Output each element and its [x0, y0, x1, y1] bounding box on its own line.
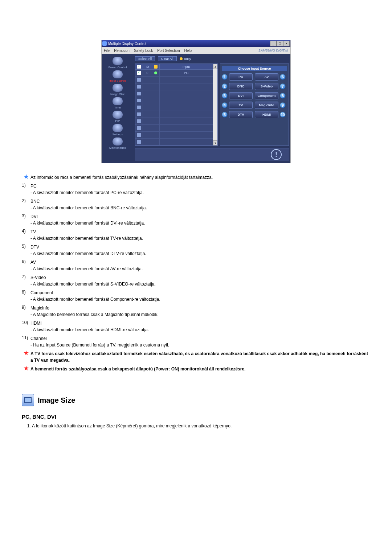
cell-id [143, 139, 152, 145]
menu-remocon[interactable]: Remocon [114, 49, 130, 53]
table-row[interactable] [135, 132, 213, 139]
checkbox-icon[interactable] [137, 98, 141, 103]
select-all-button[interactable]: Select All [135, 56, 155, 61]
cell-id [143, 125, 152, 131]
section-heading-row: Image Size [22, 394, 370, 406]
cell-check[interactable] [135, 77, 143, 83]
input-source-button[interactable]: DVI [229, 92, 253, 99]
menu-safety-lock[interactable]: Safety Lock [134, 49, 153, 53]
menu-port-selection[interactable]: Port Selection [157, 49, 180, 53]
cell-status [152, 132, 160, 138]
cell-check[interactable] [135, 111, 143, 118]
sidebar-item-image-size[interactable]: Image Size [103, 84, 132, 96]
cell-check[interactable] [135, 70, 143, 76]
table-row[interactable] [135, 83, 213, 90]
busy-label: Busy [184, 57, 191, 61]
busy-dot-icon [180, 57, 183, 60]
desc-num: 10) [22, 320, 30, 333]
subheading: PC, BNC, DVI [22, 414, 370, 420]
checkbox-icon[interactable] [137, 78, 141, 82]
table-row[interactable]: 0PC [135, 70, 213, 77]
table-row[interactable] [135, 118, 213, 125]
cell-input [160, 104, 213, 111]
col-check[interactable] [135, 64, 143, 70]
desc-item: 7)S-Video- A kiválasztott monitor bemene… [22, 274, 370, 287]
checkbox-icon[interactable] [137, 91, 141, 96]
input-source-button[interactable]: TV [229, 102, 253, 109]
intro-text: Az információs rács a bemeneti forrás sz… [30, 174, 370, 181]
desc-item: 2)BNC- A kiválasztott monitor bemeneti f… [22, 198, 370, 211]
scroll-up-button[interactable]: ▴ [213, 64, 217, 69]
checkbox-icon[interactable] [137, 140, 141, 144]
cell-check[interactable] [135, 125, 143, 131]
desc-item: 4)TV- A kiválasztott monitor bemeneti fo… [22, 229, 370, 242]
desc-text: Component- A kiválasztott monitor bemene… [30, 290, 370, 303]
scroll-track[interactable] [213, 69, 217, 140]
table-row[interactable] [135, 125, 213, 132]
table-row[interactable] [135, 77, 213, 83]
note-2: A bemeneti forrás szabályozása csak a be… [30, 366, 370, 372]
input-source-button[interactable]: PC [229, 73, 253, 81]
cell-check[interactable] [135, 132, 143, 138]
scrollbar[interactable]: ▴ ▾ [213, 64, 217, 145]
menu-file[interactable]: File [104, 49, 110, 53]
maximize-button[interactable]: □ [277, 41, 283, 46]
sidebar-item-maintenance[interactable]: Maintenance [103, 138, 132, 149]
menu-help[interactable]: Help [184, 49, 192, 53]
cell-check[interactable] [135, 104, 143, 111]
input-source-option: 3DVI [222, 92, 254, 99]
clear-all-button[interactable]: Clear All [158, 56, 177, 61]
sidebar-item-label: Input Source [109, 79, 126, 82]
scroll-down-button[interactable]: ▾ [213, 140, 217, 145]
col-status [152, 64, 160, 70]
cell-status [152, 83, 160, 90]
desc-text: DTV- A kiválasztott monitor bemeneti for… [30, 244, 370, 257]
input-source-button[interactable]: BNC [229, 83, 253, 90]
cell-input [160, 90, 213, 97]
table-row[interactable] [135, 104, 213, 111]
checkbox-icon[interactable] [137, 85, 141, 89]
sidebar-item-power-control[interactable]: Power Control [103, 57, 132, 69]
desc-text: S-Video- A kiválasztott monitor bemeneti… [30, 274, 370, 287]
sidebar-item-settings[interactable]: Settings [103, 124, 132, 136]
table-row[interactable] [135, 139, 213, 145]
input-source-button[interactable]: Component [255, 92, 278, 99]
input-source-option: MagicInfo9 [255, 102, 287, 109]
checkbox-icon[interactable] [137, 126, 141, 130]
input-source-button[interactable]: S-Video [255, 83, 278, 90]
input-source-option: S-Video7 [255, 83, 287, 90]
minimize-button[interactable]: _ [270, 41, 277, 46]
input-source-button[interactable]: DTV [229, 111, 253, 118]
checkbox-icon[interactable] [137, 133, 141, 137]
checkbox-icon[interactable] [137, 112, 141, 116]
cell-id [143, 111, 152, 118]
callout-badge: 5 [222, 112, 228, 118]
sidebar-item-time[interactable]: Time [103, 97, 132, 109]
cell-check[interactable] [135, 90, 143, 97]
cell-check[interactable] [135, 83, 143, 90]
checkbox-icon[interactable] [137, 105, 141, 110]
cell-check[interactable] [135, 139, 143, 145]
checkbox-icon[interactable] [137, 119, 141, 123]
table-row[interactable] [135, 97, 213, 104]
table-row[interactable] [135, 111, 213, 118]
cell-status [152, 111, 160, 118]
input-source-button[interactable]: HDMI [255, 111, 278, 118]
status-on-icon [154, 71, 157, 74]
close-button[interactable]: × [283, 41, 290, 46]
table-row[interactable] [135, 90, 213, 97]
input-source-button[interactable]: AV [255, 73, 278, 81]
sidebar-item-input-source[interactable]: Input Source [103, 70, 132, 82]
cell-check[interactable] [135, 97, 143, 104]
app-icon [102, 41, 107, 46]
sidebar-item-pip[interactable]: PIP [103, 111, 132, 123]
cell-id [143, 90, 152, 97]
input-source-button[interactable]: MagicInfo [255, 102, 278, 109]
checkbox-icon[interactable] [137, 65, 141, 69]
alert-icon: ! [271, 149, 282, 160]
input-source-option: HDMI10 [255, 111, 287, 118]
checkbox-icon[interactable] [137, 71, 141, 75]
cell-check[interactable] [135, 118, 143, 124]
star-icon: ★ [22, 366, 30, 372]
time-icon [113, 97, 123, 105]
